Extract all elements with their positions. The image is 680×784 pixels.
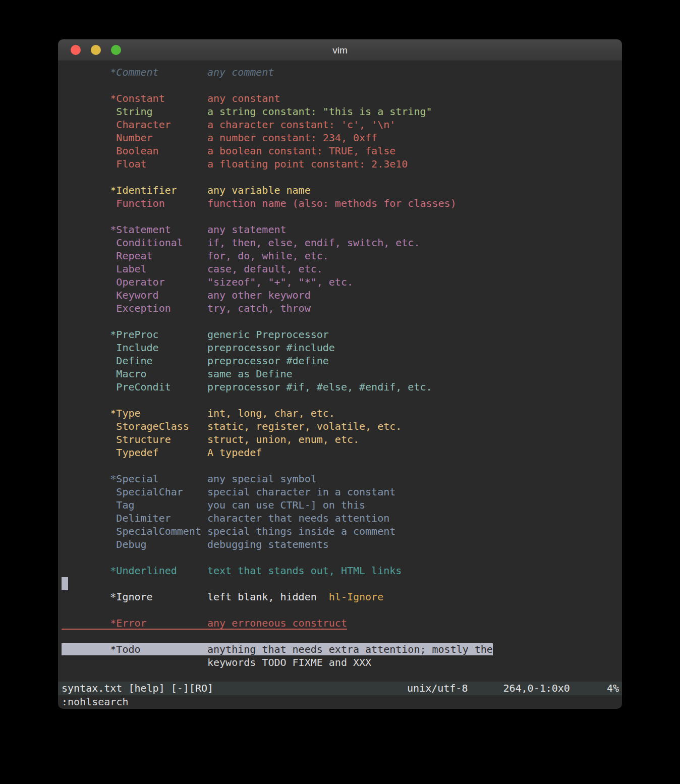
buffer-line: Macro same as Define — [62, 367, 622, 380]
syntax-segment-function: Function function name (also: methods fo… — [62, 197, 457, 209]
syntax-segment-statement: Exception try, catch, throw — [62, 302, 311, 314]
syntax-segment-special: Debug debugging statements — [62, 538, 329, 550]
buffer-line: *Todo anything that needs extra attentio… — [62, 643, 622, 656]
syntax-segment-statement: Conditional if, then, else, endif, switc… — [62, 237, 420, 249]
syntax-segment-special: Delimiter character that needs attention — [62, 512, 389, 524]
buffer-line — [62, 630, 622, 643]
buffer-line: Conditional if, then, else, endif, switc… — [62, 236, 622, 249]
syntax-segment-type: StorageClass static, register, volatile,… — [62, 420, 402, 432]
syntax-segment-statement: Label case, default, etc. — [62, 263, 323, 275]
buffer-line — [62, 394, 622, 407]
buffer-line: Character a character constant: 'c', '\n… — [62, 118, 622, 131]
buffer-line: *Error any erroneous construct — [62, 617, 622, 630]
buffer-line — [62, 603, 622, 617]
statusline-ruler: 264,0-1:0x0 — [503, 682, 570, 695]
buffer-line: *Comment any comment — [62, 66, 622, 79]
syntax-segment-statement: Operator "sizeof", "+", "*", etc. — [62, 276, 353, 288]
buffer-line: Operator "sizeof", "+", "*", etc. — [62, 275, 622, 289]
syntax-segment-type: *Type int, long, char, etc. — [62, 407, 335, 419]
syntax-segment-type: Typedef A typedef — [62, 446, 262, 459]
syntax-segment-statement: Keyword any other keyword — [62, 289, 311, 301]
syntax-segment-preproc: *PreProc generic Preprocessor — [62, 328, 329, 341]
buffer-line: Tag you can use CTRL-] on this — [62, 498, 622, 512]
buffer-line — [62, 577, 622, 590]
syntax-segment-todo: *Todo anything that needs extra attentio… — [62, 643, 493, 655]
syntax-segment-type: Structure struct, union, enum, etc. — [62, 433, 359, 445]
text-buffer[interactable]: *Comment any comment *Constant any const… — [58, 61, 622, 682]
syntax-segment-preproc: Define preprocessor #define — [62, 355, 329, 367]
buffer-line: PreCondit preprocessor #if, #else, #endi… — [62, 380, 622, 394]
syntax-segment-underlined: *Underlined text that stands out, HTML l… — [62, 565, 402, 577]
buffer-line: *Identifier any variable name — [62, 184, 622, 197]
buffer-line: Label case, default, etc. — [62, 262, 622, 275]
buffer-line: Typedef A typedef — [62, 446, 622, 459]
command-line[interactable]: :nohlsearch — [58, 695, 622, 709]
buffer-line: Repeat for, do, while, etc. — [62, 249, 622, 262]
buffer-line: Number a number constant: 234, 0xff — [62, 131, 622, 144]
buffer-line: *PreProc generic Preprocessor — [62, 328, 622, 341]
syntax-segment-special: SpecialChar special character in a const… — [62, 486, 395, 498]
buffer-line: Keyword any other keyword — [62, 289, 622, 302]
buffer-line: SpecialChar special character in a const… — [62, 485, 622, 498]
buffer-line: *Statement any statement — [62, 223, 622, 236]
syntax-segment-constant: Number a number constant: 234, 0xff — [62, 132, 377, 144]
cursor — [62, 577, 68, 590]
syntax-segment-comment: *Comment any comment — [62, 66, 274, 78]
buffer-line: SpecialComment special things inside a c… — [62, 525, 622, 538]
buffer-line: Define preprocessor #define — [62, 354, 622, 367]
buffer-line: *Special any special symbol — [62, 472, 622, 485]
syntax-segment-statement: Repeat for, do, while, etc. — [62, 250, 329, 262]
statusline-filename: syntax.txt [help] [-][RO] — [62, 682, 407, 695]
titlebar[interactable]: vim — [58, 39, 622, 61]
syntax-segment-constant: Float a floating point constant: 2.3e10 — [62, 158, 408, 170]
buffer-line — [62, 171, 622, 184]
buffer-line: *Underlined text that stands out, HTML l… — [62, 564, 622, 577]
buffer-line: Debug debugging statements — [62, 538, 622, 551]
window-title: vim — [58, 39, 622, 61]
buffer-line: Boolean a boolean constant: TRUE, false — [62, 144, 622, 157]
syntax-segment-plain: keywords TODO FIXME and XXX — [62, 656, 371, 668]
statusline-percent: 4% — [607, 682, 619, 695]
buffer-line: String a string constant: "this is a str… — [62, 105, 622, 118]
buffer-line: *Ignore left blank, hidden hl-Ignore — [62, 590, 622, 603]
syntax-segment-preproc: PreCondit preprocessor #if, #else, #endi… — [62, 381, 432, 393]
syntax-segment-special: Tag you can use CTRL-] on this — [62, 499, 365, 511]
syntax-segment-error: *Error any erroneous construct — [62, 617, 347, 629]
syntax-segment-constant: *Constant any constant — [62, 92, 280, 104]
vim-window: vim *Comment any comment *Constant any c… — [58, 39, 622, 709]
syntax-segment-preproc: Macro same as Define — [62, 368, 293, 380]
syntax-segment-constant: Character a character constant: 'c', '\n… — [62, 119, 395, 131]
buffer-line — [62, 551, 622, 564]
buffer-line — [62, 79, 622, 92]
buffer-line: Structure struct, union, enum, etc. — [62, 433, 622, 446]
buffer-line — [62, 459, 622, 472]
syntax-segment-special: *Special any special symbol — [62, 473, 317, 485]
syntax-segment-helplink: hl-Ignore — [329, 591, 383, 603]
syntax-segment-constant: Boolean a boolean constant: TRUE, false — [62, 145, 395, 157]
buffer-line: *Type int, long, char, etc. — [62, 407, 622, 420]
syntax-segment-normal: *Ignore left blank, hidden — [62, 591, 329, 603]
buffer-line — [62, 315, 622, 328]
buffer-line: Exception try, catch, throw — [62, 302, 622, 315]
statusline: syntax.txt [help] [-][RO] unix/utf-8 264… — [58, 682, 622, 695]
syntax-segment-preproc: Include preprocessor #include — [62, 342, 335, 354]
buffer-line: StorageClass static, register, volatile,… — [62, 420, 622, 433]
syntax-segment-statement: *Statement any statement — [62, 223, 287, 236]
statusline-encoding: unix/utf-8 — [407, 682, 468, 695]
buffer-line: Include preprocessor #include — [62, 341, 622, 354]
buffer-line: keywords TODO FIXME and XXX — [62, 656, 622, 669]
syntax-segment-string: String a string constant: "this is a str… — [62, 105, 432, 118]
buffer-line: *Constant any constant — [62, 92, 622, 105]
buffer-line: Float a floating point constant: 2.3e10 — [62, 157, 622, 171]
buffer-line: Function function name (also: methods fo… — [62, 197, 622, 210]
buffer-line — [62, 210, 622, 223]
buffer-line: Delimiter character that needs attention — [62, 512, 622, 525]
syntax-segment-special: SpecialComment special things inside a c… — [62, 525, 395, 537]
syntax-segment-identifier: *Identifier any variable name — [62, 184, 311, 196]
